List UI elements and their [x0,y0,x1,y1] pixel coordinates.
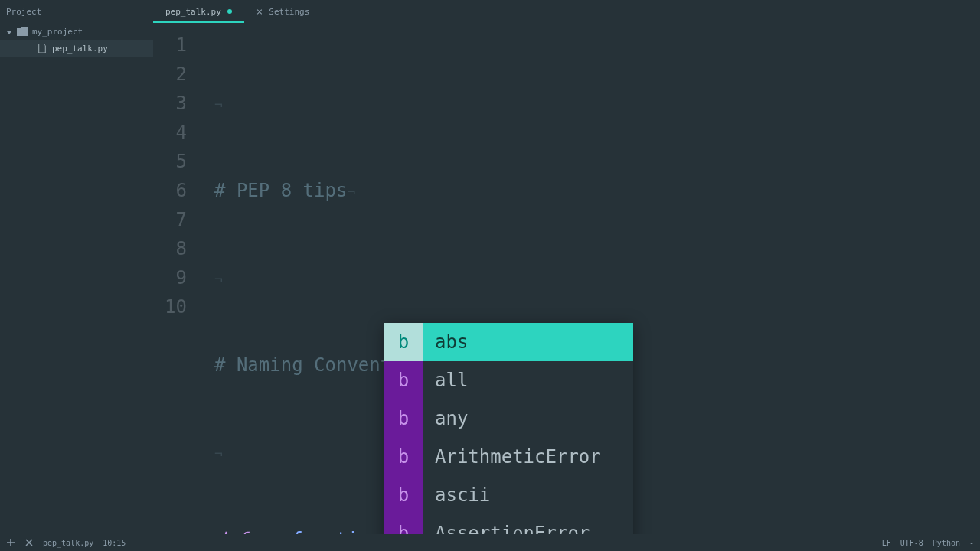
autocomplete-label: ArithmeticError [423,446,633,468]
autocomplete-item[interactable]: b all [384,361,633,399]
tab-bar: pep_talk.py × Settings [153,0,322,23]
line-number: 10 [153,292,199,321]
autocomplete-item[interactable]: b any [384,399,633,438]
autocomplete-label: all [423,370,633,391]
code-line: ¬ [214,263,980,292]
builtin-badge-icon: b [384,476,423,514]
line-number: 3 [153,89,199,118]
autocomplete-label: any [423,408,633,429]
tree-file-row[interactable]: pep_talk.py [0,40,153,57]
autocomplete-label: ascii [423,484,633,506]
project-tree: my_project pep_talk.py [0,23,153,534]
code-line: ¬ [214,89,980,118]
line-number: 6 [153,176,199,205]
autocomplete-item[interactable]: b ascii [384,476,633,514]
line-number: 2 [153,60,199,89]
modified-indicator-icon [227,9,232,14]
autocomplete-item[interactable]: b ArithmeticError [384,438,633,476]
file-name: pep_talk.py [52,44,108,54]
autocomplete-item[interactable]: b abs [384,323,633,361]
line-number: 4 [153,118,199,147]
tab-pep-talk[interactable]: pep_talk.py [153,0,244,23]
line-number: 1 [153,31,199,60]
tab-label: Settings [269,7,309,17]
line-number: 7 [153,205,199,234]
status-branch[interactable]: - [969,539,974,547]
line-number: 8 [153,234,199,263]
new-file-icon[interactable] [6,538,15,547]
tab-settings[interactable]: × Settings [244,0,322,23]
autocomplete-popup[interactable]: b abs b all b any b ArithmeticError b as… [384,323,633,551]
builtin-badge-icon: b [384,399,423,438]
folder-name: my_project [32,27,83,37]
project-panel-label: Project [0,0,153,23]
line-number: 9 [153,263,199,292]
tab-label: pep_talk.py [165,7,221,17]
line-number: 5 [153,147,199,176]
autocomplete-label: abs [423,331,633,353]
chevron-down-icon[interactable] [6,28,12,34]
status-cursor[interactable]: 10:15 [103,539,126,547]
tree-folder-row[interactable]: my_project [0,23,153,40]
code-line: # PEP 8 tips¬ [214,176,980,205]
file-icon [37,44,47,53]
status-bar: pep_talk.py 10:15 LF UTF-8 Python - [0,534,980,551]
top-bar: Project pep_talk.py × Settings [0,0,980,23]
builtin-badge-icon: b [384,323,423,361]
close-pane-icon[interactable] [24,538,34,547]
close-icon[interactable]: × [256,5,263,18]
status-encoding[interactable]: UTF-8 [900,539,923,547]
status-language[interactable]: Python [933,539,960,547]
builtin-badge-icon: b [384,438,423,476]
status-line-ending[interactable]: LF [882,539,891,547]
builtin-badge-icon: b [384,361,423,399]
status-file[interactable]: pep_talk.py [43,539,93,547]
line-gutter: 1 2 3 4 5 6 7 8 9 10 [153,31,199,321]
folder-icon [17,27,28,36]
